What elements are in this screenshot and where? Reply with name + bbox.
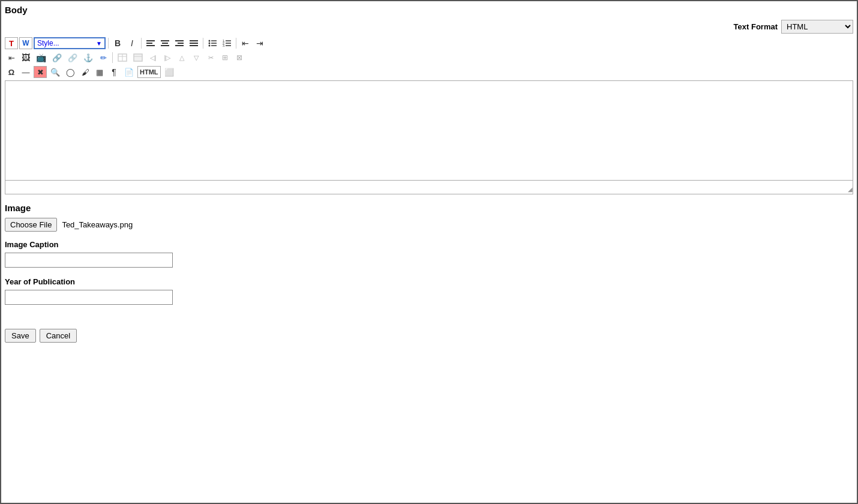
toolbar-italic[interactable]: I — [125, 37, 139, 49]
choose-file-button[interactable]: Choose File — [5, 218, 57, 232]
toolbar-list-ol[interactable]: 1. 2. 3. — [220, 37, 233, 49]
toolbar-list-ul[interactable] — [206, 37, 219, 49]
toolbar-anchor[interactable]: ⚓ — [81, 52, 95, 64]
text-format-row: Text Format HTML Plain Text Markdown — [5, 20, 853, 34]
toolbar-paragraph[interactable]: ¶ — [107, 66, 121, 78]
toolbar-outdent2[interactable]: ⇤ — [5, 52, 18, 64]
toolbar-row-1: T W Style... ▼ B I — [5, 37, 853, 49]
image-caption-label: Image Caption — [5, 240, 853, 249]
image-section-label: Image — [5, 203, 853, 213]
toolbar-outdent[interactable]: ⇤ — [239, 37, 252, 49]
toolbar-row-2: ⇤ 🖼 📺 🔗 🔗 ⚓ ✏ ◁| |▷ △ ▽ ✂ ⊞ ⊠ — [5, 52, 853, 64]
year-publication-label: Year of Publication — [5, 277, 853, 286]
svg-point-12 — [209, 40, 211, 42]
toolbar-indent[interactable]: ⇥ — [253, 37, 266, 49]
toolbar-fullscreen[interactable]: ⬜ — [162, 66, 176, 78]
toolbar-find-replace[interactable]: 🔍 — [48, 66, 62, 78]
style-dropdown[interactable]: Style... ▼ — [34, 37, 106, 49]
image-caption-group: Image Caption — [5, 240, 853, 268]
toolbar-t-icon[interactable]: T — [5, 37, 18, 49]
toolbar-eraser[interactable]: ◯ — [64, 66, 77, 78]
toolbar-w-icon[interactable]: W — [19, 37, 32, 49]
year-publication-input[interactable] — [5, 290, 173, 305]
toolbar-block-quote[interactable]: ✖ — [34, 66, 47, 78]
toolbar-bold[interactable]: B — [111, 37, 124, 49]
svg-point-16 — [209, 45, 211, 47]
sep-2 — [141, 38, 142, 49]
toolbar-em-dash[interactable]: — — [19, 66, 32, 78]
svg-text:3.: 3. — [223, 44, 225, 47]
toolbar-col-after[interactable]: |▷ — [161, 52, 174, 64]
editor-area: ◢ — [5, 80, 853, 194]
editor-statusbar: ◢ — [5, 180, 853, 193]
editor-resize-handle[interactable]: ◢ — [845, 186, 853, 193]
toolbar-row-3: Ω — ✖ 🔍 ◯ 🖌 ▦ ¶ 📄 HTML ⬜ — [5, 66, 853, 78]
toolbar-template[interactable]: 📄 — [122, 66, 136, 78]
toolbar-special-chars[interactable]: Ω — [5, 66, 18, 78]
image-caption-input[interactable] — [5, 253, 173, 268]
toolbar-align-left[interactable] — [144, 37, 157, 49]
toolbar-unlink[interactable]: 🔗 — [65, 52, 80, 64]
action-buttons: Save Cancel — [5, 329, 853, 343]
toolbar-insert-link[interactable]: 🔗 — [50, 52, 64, 64]
toolbar-paste-style[interactable]: 🖌 — [79, 66, 92, 78]
toolbar-table-props[interactable] — [131, 52, 145, 64]
svg-rect-27 — [134, 54, 142, 61]
file-name-display: Ted_Takeaways.png — [62, 220, 133, 229]
toolbar-row-above[interactable]: △ — [175, 52, 188, 64]
toolbar-table-add2[interactable]: ⊞ — [218, 52, 232, 64]
toolbar-align-right[interactable] — [173, 37, 186, 49]
cancel-button[interactable]: Cancel — [40, 329, 77, 343]
text-format-select[interactable]: HTML Plain Text Markdown — [781, 20, 853, 34]
toolbar-align-justify[interactable] — [187, 37, 200, 49]
editor-content[interactable] — [5, 81, 853, 180]
toolbar-align-center[interactable] — [158, 37, 172, 49]
toolbar-row-below[interactable]: ▽ — [190, 52, 203, 64]
toolbar-table-insert[interactable] — [115, 52, 130, 64]
svg-point-14 — [209, 43, 211, 44]
file-input-row: Choose File Ted_Takeaways.png — [5, 218, 853, 232]
year-publication-group: Year of Publication — [5, 277, 853, 305]
toolbar-col-before[interactable]: ◁| — [146, 52, 160, 64]
sep-5 — [112, 52, 113, 63]
sep-3 — [203, 38, 203, 49]
sep-1 — [108, 38, 109, 49]
save-button[interactable]: Save — [5, 329, 36, 343]
toolbar-insert-media[interactable]: 📺 — [34, 52, 49, 64]
toolbar-edit-image[interactable]: ✏ — [97, 52, 110, 64]
toolbar-delete-col[interactable]: ✂ — [204, 52, 217, 64]
style-dropdown-arrow: ▼ — [96, 40, 102, 47]
toolbar-html[interactable]: HTML — [137, 66, 161, 78]
text-format-label: Text Format — [734, 22, 778, 31]
page-title: Body — [5, 5, 853, 15]
sep-4 — [236, 38, 236, 49]
toolbar-table3[interactable]: ▦ — [93, 66, 106, 78]
toolbar-table-del[interactable]: ⊠ — [233, 52, 246, 64]
style-dropdown-label: Style... — [37, 39, 59, 47]
toolbar-insert-image[interactable]: 🖼 — [19, 52, 32, 64]
